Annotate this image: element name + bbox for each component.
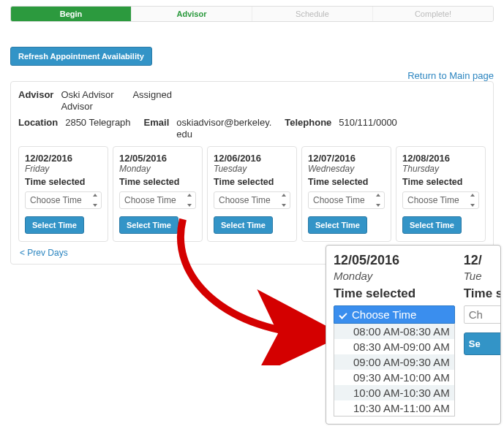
- contact-row: Location 2850 Telegraph Email oskiadviso…: [18, 117, 486, 140]
- zoom-second-select-btn[interactable]: Se: [464, 332, 501, 355]
- select-time-button[interactable]: Select Time: [25, 216, 84, 234]
- advisor-panel: Advisor Oski Advisor Advisor Assigned Lo…: [10, 81, 494, 265]
- day-dow: Monday: [119, 164, 196, 174]
- time-selected-label: Time selected: [25, 177, 102, 187]
- label-location: Location: [18, 117, 58, 140]
- zoom-date: 12/: [464, 253, 501, 268]
- time-select[interactable]: Choose Time: [119, 191, 196, 209]
- time-select-value: Choose Time: [124, 195, 176, 205]
- day-dow: Wednesday: [308, 164, 385, 174]
- zoom-date: 12/05/2016: [334, 253, 455, 268]
- stepper-icon: [93, 194, 99, 207]
- step-complete[interactable]: Complete!: [373, 7, 493, 21]
- zoom-time-selected-label: Time selected: [334, 286, 455, 301]
- zoom-option[interactable]: 10:30 AM-11:00 AM: [334, 400, 454, 416]
- zoom-time-selected-label: Time selected: [464, 286, 501, 301]
- label-email: Email: [144, 117, 170, 140]
- value-email: oskiadvisor@berkeley.edu: [176, 117, 271, 140]
- step-schedule[interactable]: Schedule: [252, 7, 373, 21]
- advisor-row: Advisor Oski Advisor Advisor Assigned: [18, 89, 486, 113]
- zoom-detail: 12/05/2016 Monday Time selected Choose T…: [326, 245, 501, 425]
- stepper-icon: [470, 194, 476, 207]
- day-date: 12/02/2016: [25, 153, 102, 164]
- time-select-value: Choose Time: [313, 195, 365, 205]
- value-advisor-status: Assigned: [132, 89, 171, 113]
- day-card: 12/02/2016 Friday Time selected Choose T…: [18, 146, 108, 242]
- time-select-value: Choose Time: [407, 195, 459, 205]
- day-date: 12/07/2016: [308, 153, 385, 164]
- time-selected-label: Time selected: [308, 177, 385, 187]
- value-telephone: 510/111/0000: [339, 117, 397, 140]
- select-time-button[interactable]: Select Time: [308, 216, 367, 234]
- day-date: 12/05/2016: [119, 153, 196, 164]
- refresh-button[interactable]: Refresh Appointment Availability: [10, 47, 152, 66]
- time-select-value: Choose Time: [219, 195, 271, 205]
- stepper-icon: [282, 194, 287, 207]
- zoom-select-value: Choose Time: [352, 308, 416, 321]
- time-selected-label: Time selected: [119, 177, 196, 187]
- value-location: 2850 Telegraph: [65, 117, 130, 140]
- zoom-option-list[interactable]: 08:00 AM-08:30 AM 08:30 AM-09:00 AM 09:0…: [334, 324, 455, 417]
- stepper-icon: [187, 194, 193, 207]
- time-select[interactable]: Choose Time: [308, 191, 385, 209]
- value-advisor-name: Oski Advisor Advisor: [61, 89, 119, 113]
- zoom-option[interactable]: 09:00 AM-09:30 AM: [334, 354, 454, 370]
- label-advisor: Advisor: [18, 89, 53, 113]
- time-select[interactable]: Choose Time: [214, 191, 290, 209]
- time-select[interactable]: Choose Time: [402, 191, 479, 209]
- zoom-option[interactable]: 10:00 AM-10:30 AM: [334, 385, 454, 400]
- select-time-button[interactable]: Select Time: [119, 216, 178, 234]
- time-selected-label: Time selected: [402, 177, 479, 187]
- step-begin[interactable]: Begin: [11, 7, 132, 21]
- zoom-select-selected[interactable]: Choose Time: [334, 305, 455, 324]
- time-select[interactable]: Choose Time: [25, 191, 102, 209]
- day-cards: 12/02/2016 Friday Time selected Choose T…: [18, 146, 486, 242]
- day-dow: Friday: [25, 164, 102, 174]
- time-selected-label: Time selected: [214, 177, 290, 187]
- day-dow: Thursday: [402, 164, 479, 174]
- day-card: 12/07/2016 Wednesday Time selected Choos…: [301, 146, 391, 242]
- time-select-value: Choose Time: [30, 195, 82, 205]
- select-time-button[interactable]: Select Time: [214, 216, 273, 234]
- zoom-second-card: 12/ Tue Time selected Ch Se: [464, 253, 501, 417]
- progress-steps: Begin Advisor Schedule Complete!: [10, 6, 494, 22]
- page-root: Begin Advisor Schedule Complete! Refresh…: [0, 0, 504, 275]
- day-card: 12/05/2016 Monday Time selected Choose T…: [113, 146, 203, 242]
- day-card: 12/06/2016 Tuesday Time selected Choose …: [207, 146, 297, 242]
- stepper-icon: [376, 194, 382, 207]
- check-icon: [339, 311, 347, 319]
- select-time-button[interactable]: Select Time: [402, 216, 462, 234]
- zoom-second-select[interactable]: Ch: [464, 305, 501, 324]
- zoom-dow: Tue: [464, 270, 501, 282]
- zoom-dow: Monday: [334, 270, 455, 282]
- return-link[interactable]: Return to Main page: [407, 70, 494, 81]
- day-date: 12/08/2016: [402, 153, 479, 164]
- zoom-option[interactable]: 08:00 AM-08:30 AM: [334, 324, 454, 339]
- day-date: 12/06/2016: [214, 153, 290, 164]
- zoom-main-card: 12/05/2016 Monday Time selected Choose T…: [334, 253, 455, 417]
- step-advisor[interactable]: Advisor: [132, 7, 252, 21]
- zoom-option[interactable]: 08:30 AM-09:00 AM: [334, 339, 454, 354]
- day-card: 12/08/2016 Thursday Time selected Choose…: [396, 146, 486, 242]
- zoom-option[interactable]: 09:30 AM-10:00 AM: [334, 370, 454, 385]
- label-telephone: Telephone: [285, 117, 331, 140]
- day-dow: Tuesday: [214, 164, 290, 174]
